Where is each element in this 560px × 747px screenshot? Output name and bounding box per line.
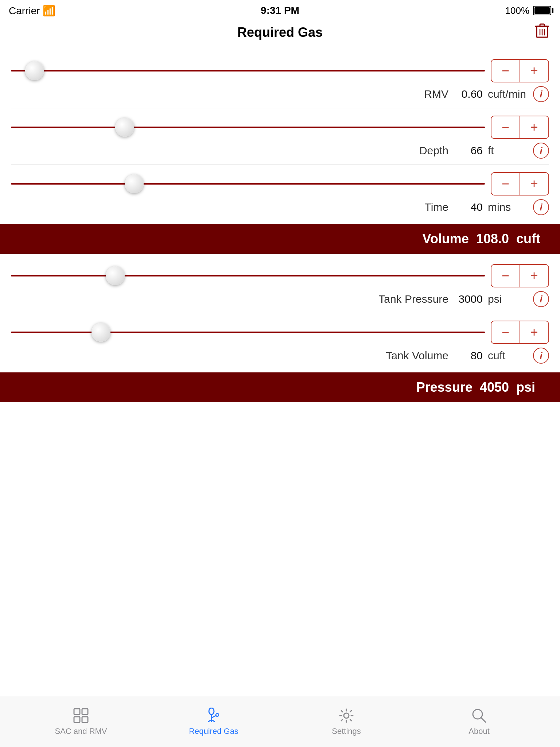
svg-point-10 — [209, 708, 214, 715]
tank-pressure-slider-thumb[interactable] — [106, 266, 125, 285]
tab-required-gas[interactable]: Required Gas — [147, 708, 280, 736]
depth-section: − + Depth 66 ft i — [11, 109, 549, 164]
tank-volume-slider-thumb[interactable] — [92, 323, 110, 342]
tank-volume-slider-track — [11, 332, 485, 333]
tab-sac-rmv-label: SAC and RMV — [55, 727, 107, 736]
time-label: 9:31 PM — [261, 5, 299, 16]
tank-pressure-value-row: Tank Pressure 3000 psi i — [11, 290, 549, 312]
tank-pressure-minus-button[interactable]: − — [491, 265, 520, 287]
tab-bar: SAC and RMV Required Gas Settings About — [0, 696, 560, 747]
tab-sac-rmv[interactable]: SAC and RMV — [15, 708, 147, 736]
svg-point-13 — [216, 713, 219, 716]
tab-about-label: About — [468, 727, 490, 736]
rmv-section: − + RMV 0.60 cuft/min i — [11, 53, 549, 107]
svg-line-16 — [481, 718, 486, 722]
tank-volume-plus-button[interactable]: + — [520, 321, 548, 343]
depth-info-button[interactable]: i — [533, 143, 549, 159]
time-slider-container[interactable] — [11, 176, 485, 192]
tab-settings-label: Settings — [332, 727, 361, 736]
rmv-label: RMV — [424, 88, 448, 100]
svg-point-14 — [344, 713, 349, 718]
page-title: Required Gas — [237, 25, 323, 40]
tank-pressure-value: 3000 — [454, 293, 483, 305]
depth-minus-button[interactable]: − — [491, 116, 520, 138]
pressure-banner-label: Pressure — [416, 380, 472, 395]
battery-label: 100% — [505, 5, 530, 16]
dive-icon — [206, 708, 222, 724]
depth-slider-container[interactable] — [11, 119, 485, 135]
tank-volume-info-button[interactable]: i — [533, 348, 549, 364]
depth-value: 66 — [454, 144, 483, 157]
svg-rect-9 — [82, 717, 88, 723]
time-unit: mins — [488, 201, 528, 213]
rmv-info-button[interactable]: i — [533, 86, 549, 102]
svg-rect-2 — [540, 24, 544, 27]
tank-volume-section: − + Tank Volume 80 cuft i — [11, 314, 549, 369]
tank-volume-stepper: − + — [491, 321, 549, 344]
trash-button[interactable] — [535, 23, 549, 42]
volume-banner: Volume 108.0 cuft — [0, 224, 560, 254]
pressure-banner-unit: psi — [516, 380, 549, 395]
tank-pressure-slider-row: − + — [11, 258, 549, 290]
nav-bar: Required Gas — [0, 20, 560, 45]
divider-3 — [11, 313, 549, 313]
status-right: 100% — [505, 5, 552, 16]
rmv-minus-button[interactable]: − — [491, 60, 520, 82]
tab-settings[interactable]: Settings — [280, 708, 413, 736]
rmv-slider-thumb[interactable] — [25, 61, 44, 80]
tank-pressure-label: Tank Pressure — [378, 293, 448, 305]
tank-pressure-unit: psi — [488, 293, 528, 305]
time-slider-row: − + — [11, 166, 549, 198]
depth-value-row: Depth 66 ft i — [11, 141, 549, 164]
svg-rect-7 — [82, 709, 88, 715]
depth-slider-row: − + — [11, 109, 549, 141]
divider-1 — [11, 108, 549, 108]
volume-banner-value: 108.0 — [476, 231, 509, 247]
rmv-slider-track — [11, 70, 485, 71]
pressure-banner-value: 4050 — [480, 380, 509, 395]
tank-pressure-slider-container[interactable] — [11, 268, 485, 284]
rmv-unit: cuft/min — [488, 88, 528, 100]
depth-plus-button[interactable]: + — [520, 116, 548, 138]
time-stepper: − + — [491, 172, 549, 196]
tab-about[interactable]: About — [413, 708, 545, 736]
rmv-stepper: − + — [491, 59, 549, 82]
tank-volume-slider-container[interactable] — [11, 324, 485, 340]
gear-icon — [338, 708, 354, 724]
battery-icon — [533, 6, 551, 15]
time-minus-button[interactable]: − — [491, 173, 520, 195]
time-value: 40 — [454, 201, 483, 213]
tank-volume-value-row: Tank Volume 80 cuft i — [11, 346, 549, 369]
time-plus-button[interactable]: + — [520, 173, 548, 195]
time-slider-track — [11, 183, 485, 185]
time-section: − + Time 40 mins i — [11, 166, 549, 220]
depth-slider-track — [11, 127, 485, 128]
volume-banner-label: Volume — [423, 231, 469, 247]
tank-volume-label: Tank Volume — [386, 349, 448, 362]
time-info-button[interactable]: i — [533, 199, 549, 215]
tank-volume-minus-button[interactable]: − — [491, 321, 520, 343]
svg-rect-6 — [74, 709, 80, 715]
main-content: − + RMV 0.60 cuft/min i − + Depth — [0, 45, 560, 413]
tank-volume-slider-row: − + — [11, 314, 549, 346]
depth-label: Depth — [419, 144, 448, 157]
tab-required-gas-label: Required Gas — [189, 727, 238, 736]
time-slider-thumb[interactable] — [125, 174, 144, 193]
rmv-plus-button[interactable]: + — [520, 60, 548, 82]
tank-pressure-slider-track — [11, 275, 485, 276]
pressure-banner: Pressure 4050 psi — [0, 372, 560, 402]
volume-banner-unit: cuft — [516, 231, 549, 247]
rmv-value: 0.60 — [454, 88, 483, 100]
rmv-slider-container[interactable] — [11, 63, 485, 79]
tank-volume-value: 80 — [454, 349, 483, 362]
tank-pressure-stepper: − + — [491, 264, 549, 287]
tank-pressure-info-button[interactable]: i — [533, 291, 549, 307]
depth-stepper: − + — [491, 116, 549, 139]
tank-pressure-plus-button[interactable]: + — [520, 265, 548, 287]
grid-icon — [73, 708, 89, 724]
depth-slider-thumb[interactable] — [115, 118, 134, 137]
time-label: Time — [424, 201, 448, 213]
carrier-label: Carrier 📶 — [9, 5, 55, 17]
svg-line-12 — [211, 716, 216, 718]
tank-pressure-section: − + Tank Pressure 3000 psi i — [11, 258, 549, 312]
